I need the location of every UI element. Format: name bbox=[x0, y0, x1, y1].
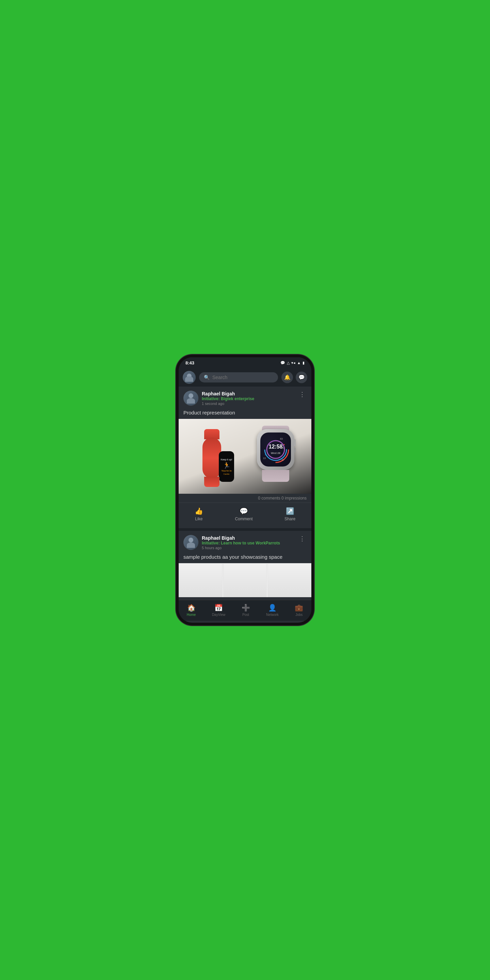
status-icons: 💬 △ ▾◂ ▲ ▮ bbox=[280, 361, 305, 365]
watch-time: 12:58 Wed 28 bbox=[269, 444, 283, 455]
post-image-1: Keep it up! 🏃 You're in Cardio bbox=[179, 419, 311, 494]
status-time: 8:43 bbox=[185, 360, 194, 366]
post-time-2: 5 hours ago bbox=[202, 546, 280, 550]
comment-label-1: Comment bbox=[235, 517, 253, 521]
initiative-2: Initiative: Learn how to use WorkParrots bbox=[202, 541, 280, 546]
nav-home[interactable]: 🏠 Home bbox=[183, 603, 199, 617]
app-header: 🔍 🔔 💬 bbox=[179, 368, 311, 387]
fitbit-screen: Keep it up! 🏃 You're in Cardio bbox=[219, 451, 234, 482]
phone-frame: 8:43 💬 △ ▾◂ ▲ ▮ 🔍 🔔 bbox=[179, 357, 311, 623]
post-author-section: Raphael Bigah Initiative: Bigtek enterpr… bbox=[183, 391, 254, 406]
watch-scene: Keep it up! 🏃 You're in Cardio bbox=[179, 419, 311, 494]
post-image-2 bbox=[179, 563, 311, 597]
phone-screen: 8:43 💬 △ ▾◂ ▲ ▮ 🔍 🔔 bbox=[179, 357, 311, 623]
author-avatar-2 bbox=[183, 535, 198, 550]
jobs-icon: 💼 bbox=[295, 604, 303, 612]
image-col-2 bbox=[223, 563, 267, 597]
nav-post[interactable]: ➕ Post bbox=[238, 603, 253, 617]
post-header-1: Raphael Bigah Initiative: Bigtek enterpr… bbox=[179, 387, 311, 408]
fitbit-band: Keep it up! 🏃 You're in Cardio bbox=[189, 429, 233, 487]
comment-button-1[interactable]: 💬 Comment bbox=[228, 506, 259, 523]
chat-icon: 💬 bbox=[298, 374, 305, 380]
user-avatar[interactable] bbox=[183, 371, 196, 384]
more-options-1[interactable]: ⋮ bbox=[298, 391, 307, 398]
initiative-name-2[interactable]: Learn how to use WorkParrots bbox=[221, 541, 280, 546]
initiative-1: Initiative: Bigtek enterprise bbox=[202, 396, 254, 401]
home-icon: 🏠 bbox=[187, 604, 196, 612]
share-label-1: Share bbox=[285, 517, 295, 521]
post-divider bbox=[179, 528, 311, 531]
nav-dayview[interactable]: 📅 DayView bbox=[208, 603, 229, 617]
share-button-1[interactable]: ↗️ Share bbox=[278, 506, 302, 523]
author-avatar-1 bbox=[183, 391, 198, 406]
svg-text:13: 13 bbox=[263, 457, 266, 460]
post-text-2: sample products aa your showcasing space bbox=[179, 553, 311, 563]
status-bar: 8:43 💬 △ ▾◂ ▲ ▮ bbox=[179, 357, 311, 368]
like-icon: 👍 bbox=[195, 507, 203, 515]
like-label-1: Like bbox=[195, 517, 202, 521]
post-card-2: Raphael Bigah Initiative: Learn how to u… bbox=[179, 531, 311, 597]
image-col-3 bbox=[267, 563, 311, 597]
home-label: Home bbox=[187, 613, 196, 617]
author-name-1: Raphael Bigah bbox=[202, 391, 254, 396]
search-icon: 🔍 bbox=[204, 375, 210, 380]
network-label: Network bbox=[266, 613, 279, 617]
apple-watch: 83 ♥ 89 » 13 87 12:58 Wed 28 bbox=[253, 426, 305, 482]
nav-network[interactable]: 👤 Network bbox=[263, 603, 282, 617]
comment-icon: 💬 bbox=[240, 507, 248, 515]
more-options-2[interactable]: ⋮ bbox=[298, 535, 307, 542]
network-icon: 👤 bbox=[268, 604, 277, 612]
post-header-2: Raphael Bigah Initiative: Learn how to u… bbox=[179, 531, 311, 553]
author-name-2: Raphael Bigah bbox=[202, 535, 280, 541]
svg-text:83: 83 bbox=[280, 438, 283, 440]
battery-icon: ▮ bbox=[302, 361, 305, 365]
watch-screen: 83 ♥ 89 » 13 87 12:58 Wed 28 bbox=[260, 433, 291, 466]
jobs-label: Jobs bbox=[295, 613, 302, 617]
post-time-1: 1 second ago bbox=[202, 401, 254, 406]
post-card-1: Raphael Bigah Initiative: Bigtek enterpr… bbox=[179, 387, 311, 525]
bottom-nav: 🏠 Home 📅 DayView ➕ Post 👤 Network 💼 Jobs bbox=[179, 600, 311, 620]
dayview-label: DayView bbox=[212, 613, 225, 617]
search-input[interactable] bbox=[212, 375, 273, 380]
whatsapp-icon: 💬 bbox=[280, 361, 285, 365]
svg-text:87: 87 bbox=[282, 459, 285, 461]
search-bar[interactable]: 🔍 bbox=[199, 372, 278, 382]
message-button[interactable]: 💬 bbox=[296, 372, 307, 383]
notification-button[interactable]: 🔔 bbox=[282, 372, 293, 383]
wifi-icon: ▾◂ bbox=[291, 361, 295, 365]
initiative-name-1[interactable]: Bigtek enterprise bbox=[221, 396, 254, 401]
share-icon: ↗️ bbox=[286, 507, 294, 515]
signal-icon: ▲ bbox=[297, 361, 301, 365]
header-icons: 🔔 💬 bbox=[282, 372, 307, 383]
bell-icon: 🔔 bbox=[284, 374, 291, 380]
like-button-1[interactable]: 👍 Like bbox=[188, 506, 210, 523]
watch-case: 83 ♥ 89 » 13 87 12:58 Wed 28 bbox=[257, 429, 294, 470]
post-stats-1: 0 comments 0 impressions bbox=[179, 494, 311, 503]
post-meta-2: Raphael Bigah Initiative: Learn how to u… bbox=[202, 535, 280, 550]
post-author-section-2: Raphael Bigah Initiative: Learn how to u… bbox=[183, 535, 280, 550]
post-actions-1: 👍 Like 💬 Comment ↗️ Share bbox=[179, 503, 311, 525]
dayview-icon: 📅 bbox=[215, 604, 223, 612]
nav-jobs[interactable]: 💼 Jobs bbox=[291, 603, 307, 617]
post-text-1: Product representation bbox=[179, 408, 311, 419]
image-col-1 bbox=[179, 563, 223, 597]
post-icon: ➕ bbox=[242, 604, 250, 612]
svg-text:♥: ♥ bbox=[283, 443, 285, 446]
svg-text:»: » bbox=[265, 453, 266, 456]
post-label: Post bbox=[242, 613, 249, 617]
post-meta-1: Raphael Bigah Initiative: Bigtek enterpr… bbox=[202, 391, 254, 406]
drive-icon: △ bbox=[287, 361, 290, 365]
